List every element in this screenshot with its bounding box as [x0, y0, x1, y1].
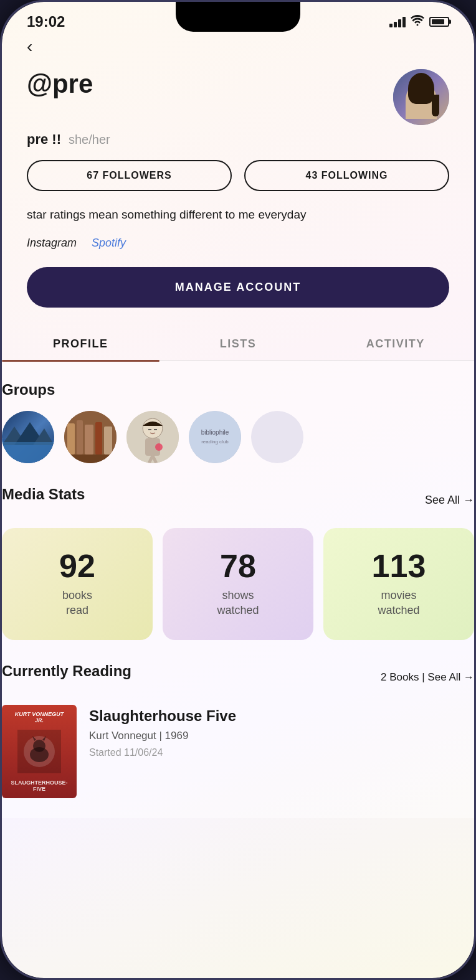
- media-stats-header: Media Stats See All →: [2, 486, 474, 516]
- svg-text:reading club: reading club: [201, 439, 229, 445]
- svg-rect-8: [77, 420, 83, 455]
- svg-rect-11: [104, 426, 112, 455]
- following-button[interactable]: 43 FOLLOWING: [244, 160, 449, 191]
- currently-reading-header: Currently Reading 2 Books | See All →: [2, 662, 474, 692]
- svg-point-21: [189, 411, 241, 463]
- media-stats-title: Media Stats: [2, 486, 85, 503]
- svg-rect-5: [2, 442, 54, 463]
- book-info: Slaughterhouse Five Kurt Vonnegut | 1969…: [89, 705, 474, 759]
- reading-see-all[interactable]: 2 Books | See All →: [381, 671, 474, 684]
- group-item-3[interactable]: [126, 411, 179, 463]
- book-started: Started 11/06/24: [89, 747, 474, 758]
- currently-reading-title: Currently Reading: [2, 662, 131, 680]
- phone-frame: 19:02: [0, 0, 476, 980]
- group-item-4[interactable]: bibliophile reading club: [189, 411, 241, 463]
- groups-row: bibliophile reading club: [2, 411, 474, 463]
- back-button[interactable]: ‹: [27, 37, 449, 57]
- movies-label: movieswatched: [378, 588, 419, 618]
- tab-lists[interactable]: LISTS: [159, 327, 317, 360]
- group-item-2[interactable]: [64, 411, 117, 463]
- media-stats-see-all[interactable]: See All →: [425, 494, 474, 507]
- profile-section-content: Groups: [2, 361, 474, 818]
- shows-label: showswatched: [217, 588, 259, 618]
- pronouns: she/her: [69, 133, 110, 147]
- manage-account-button[interactable]: MANAGE ACCOUNT: [27, 267, 449, 308]
- svg-point-14: [143, 418, 163, 438]
- group-item-1[interactable]: [2, 411, 54, 463]
- svg-point-27: [33, 740, 45, 752]
- battery-icon: [429, 17, 449, 27]
- shows-count: 78: [220, 550, 256, 582]
- svg-rect-12: [64, 455, 117, 463]
- display-name: pre !!: [27, 131, 61, 148]
- main-content: ‹ @pre pre !! she/her 67 FOLLOWERS 43 FO…: [2, 37, 474, 327]
- profile-tabs: PROFILE LISTS ACTIVITY: [2, 327, 474, 361]
- avatar-image: [393, 69, 449, 125]
- phone-screen: 19:02: [2, 2, 474, 978]
- instagram-link[interactable]: Instagram: [27, 237, 77, 250]
- tab-profile[interactable]: PROFILE: [2, 327, 159, 360]
- wifi-icon: [411, 15, 424, 29]
- tab-activity[interactable]: ACTIVITY: [317, 327, 474, 360]
- spotify-link[interactable]: Spotify: [92, 237, 126, 250]
- svg-rect-7: [67, 423, 75, 455]
- books-count: 92: [59, 550, 95, 582]
- avatar: [393, 69, 449, 125]
- avatar-hair: [408, 73, 434, 104]
- book-item: KURT VONNEGUTJR. SLAUGHTERHOUSE-FIVE: [2, 705, 474, 798]
- follow-row: 67 FOLLOWERS 43 FOLLOWING: [27, 160, 449, 191]
- group-item-5[interactable]: [251, 411, 303, 463]
- book-title: Slaughterhouse Five: [89, 707, 474, 725]
- username: @pre: [27, 69, 93, 99]
- links-row: Instagram Spotify: [27, 237, 449, 250]
- book-author-year: Kurt Vonnegut | 1969: [89, 730, 474, 742]
- groups-title: Groups: [2, 381, 474, 398]
- svg-rect-10: [95, 422, 102, 455]
- movies-stat-card: 113 movieswatched: [323, 528, 474, 640]
- status-icons: [389, 15, 449, 29]
- status-bar: 19:02: [2, 2, 474, 37]
- stats-grid: 92 booksread 78 showswatched 113 moviesw…: [2, 528, 474, 640]
- signal-icon: [389, 17, 406, 27]
- bio: star ratings mean something different to…: [27, 206, 449, 224]
- book-cover-art: [17, 730, 61, 773]
- shows-stat-card: 78 showswatched: [163, 528, 313, 640]
- status-time: 19:02: [27, 13, 65, 31]
- notch: [176, 2, 300, 32]
- svg-rect-9: [85, 425, 93, 455]
- book-cover: KURT VONNEGUTJR. SLAUGHTERHOUSE-FIVE: [2, 705, 77, 798]
- books-label: booksread: [62, 588, 92, 618]
- svg-text:bibliophile: bibliophile: [201, 429, 229, 436]
- books-stat-card: 92 booksread: [2, 528, 153, 640]
- display-name-row: pre !! she/her: [27, 131, 449, 148]
- back-chevron-icon: ‹: [27, 37, 32, 57]
- profile-header: @pre: [27, 69, 449, 125]
- followers-button[interactable]: 67 FOLLOWERS: [27, 160, 232, 191]
- movies-count: 113: [372, 550, 426, 582]
- svg-point-20: [155, 443, 163, 451]
